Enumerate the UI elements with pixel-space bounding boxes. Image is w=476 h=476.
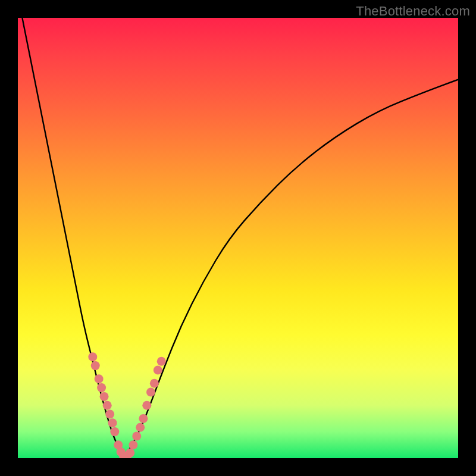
highlight-dot [95, 374, 104, 383]
highlight-dot [139, 414, 148, 423]
right-branch-curve [124, 80, 458, 458]
highlight-dot [150, 379, 159, 388]
highlight-dot [103, 401, 112, 410]
highlight-dot [105, 410, 114, 419]
highlight-dot [88, 352, 97, 361]
watermark-text: TheBottleneck.com [356, 4, 470, 19]
highlight-dot [126, 449, 134, 458]
highlight-dot [91, 361, 100, 370]
highlight-dot [97, 383, 106, 392]
left-branch-curve [22, 18, 123, 458]
highlight-dot [146, 388, 155, 397]
highlight-dot [142, 401, 151, 410]
highlight-dot [100, 392, 109, 401]
highlight-dot [136, 423, 145, 432]
highlight-dots [88, 352, 165, 458]
highlight-dot [108, 418, 117, 427]
highlight-dot [129, 440, 137, 449]
highlight-dot [132, 432, 141, 441]
plot-area [18, 18, 458, 458]
chart-frame: TheBottleneck.com [0, 0, 476, 476]
highlight-dot [154, 366, 162, 375]
highlight-dot [110, 427, 119, 436]
chart-svg [18, 18, 458, 458]
highlight-dot [157, 357, 166, 366]
curve-layer [22, 18, 458, 458]
